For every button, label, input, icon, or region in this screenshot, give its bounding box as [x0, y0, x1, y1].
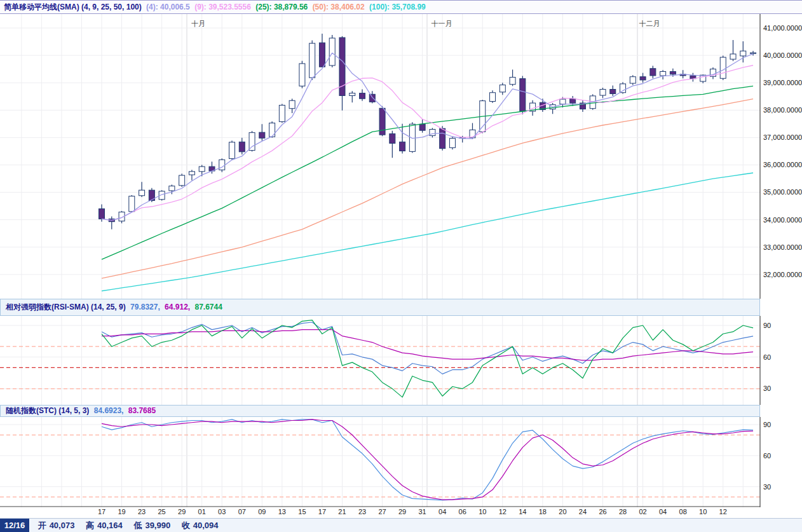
candle	[400, 142, 405, 151]
stochastic-indicator-chart[interactable]: 906030	[0, 417, 802, 507]
x-tick-label: 19	[118, 508, 125, 515]
candle	[299, 64, 305, 86]
x-tick-label: 29	[178, 508, 186, 515]
x-tick-label: 27	[378, 508, 386, 515]
x-tick-label: 12	[499, 508, 506, 515]
price-tick-label: 41,000.0000	[763, 24, 802, 32]
price-tick-label: 38,000.0000	[763, 106, 802, 114]
candle	[229, 142, 235, 159]
x-tick-label: 26	[599, 508, 606, 515]
gridlines	[22, 417, 743, 507]
%K-line	[102, 419, 753, 500]
x-tick-label: 20	[559, 508, 566, 515]
x-tick-label: 24	[579, 508, 587, 515]
candle	[490, 93, 496, 102]
x-tick-label: 12	[719, 508, 727, 515]
candle	[520, 79, 526, 111]
sma25-line	[102, 86, 753, 259]
x-tick-label: 28	[619, 508, 627, 515]
sma-header: 简单移动平均线(SMA) (4, 9, 25, 50, 100) (4): 40…	[0, 0, 802, 14]
sma4-line	[102, 53, 753, 220]
x-tick-label: 17	[318, 508, 326, 515]
x-tick-label: 31	[419, 508, 426, 515]
rsi14-value: 79.8327,	[130, 303, 160, 311]
candle	[670, 72, 676, 74]
candle	[720, 57, 726, 78]
x-tick-label: 09	[258, 508, 266, 515]
x-tick-label: 14	[519, 508, 526, 515]
month-label: 十二月	[639, 20, 660, 27]
stc-panel-header: 随机指数(STC) (14, 5, 3) 84.6923, 83.7685	[0, 405, 760, 417]
gridlines	[22, 316, 743, 405]
x-tick-label: 03	[218, 508, 226, 515]
candle	[279, 106, 285, 122]
sma9-value: (9): 39,523.5556	[194, 3, 251, 11]
rsi25-value: 64.912,	[165, 303, 190, 311]
x-tick-label: 13	[278, 508, 286, 515]
indicator-tick-label: 90	[763, 322, 771, 329]
candle	[620, 84, 626, 93]
charting-app: 简单移动平均线(SMA) (4, 9, 25, 50, 100) (4): 40…	[0, 0, 802, 532]
candle	[169, 186, 175, 191]
x-tick-label: 10	[699, 508, 707, 515]
price-tick-label: 40,000.0000	[763, 51, 802, 59]
candle	[740, 51, 746, 56]
candle	[350, 93, 355, 96]
candle	[570, 99, 576, 103]
candle	[239, 142, 245, 152]
main-price-chart[interactable]: 41,000.000040,000.000039,000.000038,000.…	[0, 14, 802, 299]
candle	[440, 128, 445, 148]
open-readout: 开40,073	[38, 521, 75, 530]
sma50-value: (50): 38,406.02	[313, 3, 365, 11]
candle	[309, 43, 315, 78]
price-tick-label: 35,000.0000	[763, 188, 802, 196]
candle	[500, 85, 505, 92]
indicator-tick-label: 30	[763, 483, 771, 491]
x-tick-label: 25	[158, 508, 165, 515]
price-tick-label: 37,000.0000	[763, 133, 802, 141]
status-bar: 12/16 开40,073 高40,164 低39,990 收40,094	[0, 518, 802, 532]
high-readout: 高40,164	[86, 521, 123, 530]
price-tick-label: 34,000.0000	[763, 216, 802, 224]
candle	[640, 77, 646, 80]
month-label: 十一月	[432, 20, 452, 27]
candle	[600, 90, 606, 95]
candle	[369, 94, 375, 102]
RSI-SMA-25-line	[102, 330, 753, 360]
x-tick-label: 18	[539, 508, 547, 515]
price-tick-label: 32,000.0000	[763, 271, 802, 278]
x-tick-label: 02	[639, 508, 646, 515]
x-axis-labels: 1719232529010307091315172123272931040610…	[0, 507, 802, 518]
sma4-value: (4): 40,006.5	[146, 3, 190, 11]
candle	[630, 77, 635, 83]
x-tick-label: 29	[398, 508, 406, 515]
stc-d-value: 83.7685	[128, 406, 156, 415]
x-tick-label: 06	[459, 508, 466, 515]
x-tick-label: 01	[198, 508, 206, 515]
rsi9-value: 87.6744	[195, 303, 222, 311]
candle	[610, 90, 616, 94]
indicator-tick-label: 60	[763, 452, 771, 460]
x-tick-label: 21	[338, 508, 346, 515]
x-tick-label: 10	[479, 508, 486, 515]
x-tick-label: 04	[659, 508, 667, 515]
sma100-value: (100): 35,708.99	[369, 3, 426, 11]
rsi-indicator-chart[interactable]: 906030	[0, 316, 802, 405]
price-tick-label: 39,000.0000	[763, 79, 802, 86]
candle	[360, 93, 365, 99]
low-readout: 低39,990	[133, 521, 170, 530]
stc-k-value: 84.6923,	[94, 406, 124, 415]
candle	[650, 69, 656, 76]
candle	[390, 133, 395, 143]
x-tick-label: 23	[358, 508, 366, 515]
candle	[560, 99, 566, 104]
sma25-value: (25): 38,879.56	[255, 3, 308, 11]
candle	[751, 53, 756, 53]
candle	[289, 100, 295, 108]
x-tick-label: 08	[679, 508, 687, 515]
indicator-tick-label: 60	[763, 353, 771, 361]
month-label: 十月	[191, 20, 205, 27]
x-tick-label: 07	[238, 508, 246, 515]
candle	[329, 38, 335, 65]
candle	[99, 208, 105, 219]
